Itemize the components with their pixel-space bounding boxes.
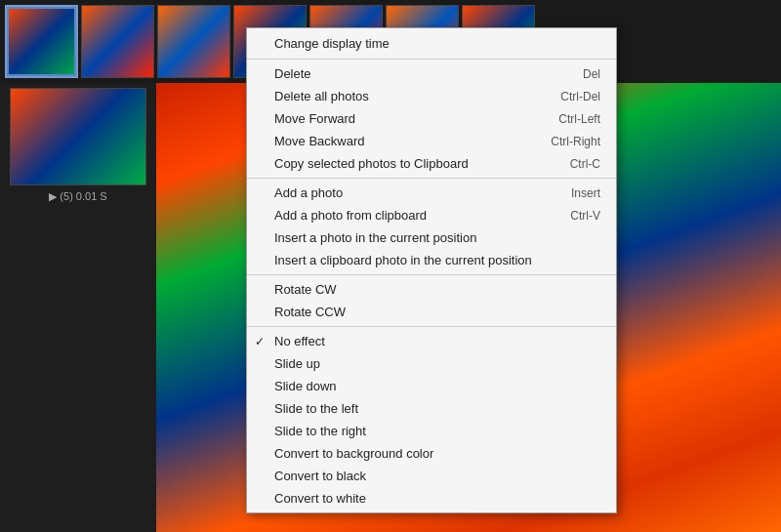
- film-thumb-2[interactable]: [81, 5, 154, 78]
- menu-item-slide-left-label: Slide to the left: [274, 401, 358, 416]
- left-sidebar: ▶ (5) 0.01 S: [0, 83, 156, 532]
- menu-item-no-effect-label: No effect: [274, 334, 325, 348]
- menu-item-add-from-clipboard-shortcut: Ctrl-V: [570, 209, 600, 223]
- menu-item-copy-clipboard-label: Copy selected photos to Clipboard: [274, 156, 469, 171]
- menu-item-delete-all-shortcut: Ctrl-Del: [560, 90, 600, 103]
- menu-item-add-photo-label: Add a photo: [274, 185, 343, 200]
- menu-item-delete-all-label: Delete all photos: [274, 89, 369, 103]
- sidebar-label: ▶ (5) 0.01 S: [49, 190, 106, 203]
- menu-item-slide-down-label: Slide down: [274, 379, 337, 393]
- menu-item-convert-black[interactable]: Convert to black: [247, 465, 616, 487]
- menu-item-rotate-ccw-label: Rotate CCW: [274, 305, 346, 319]
- film-thumb-1[interactable]: [5, 5, 78, 78]
- menu-item-convert-white-label: Convert to white: [274, 491, 366, 506]
- menu-item-move-backward[interactable]: Move Backward Ctrl-Right: [247, 130, 616, 152]
- menu-item-slide-right[interactable]: Slide to the right: [247, 420, 616, 442]
- film-thumb-3[interactable]: [157, 5, 230, 78]
- menu-item-copy-clipboard[interactable]: Copy selected photos to Clipboard Ctrl-C: [247, 152, 616, 175]
- context-menu-header: Change display time: [247, 31, 616, 56]
- menu-item-move-backward-label: Move Backward: [274, 134, 364, 148]
- menu-item-insert-clipboard-current[interactable]: Insert a clipboard photo in the current …: [247, 249, 616, 271]
- separator-4: [247, 326, 616, 327]
- menu-item-delete-all[interactable]: Delete all photos Ctrl-Del: [247, 85, 616, 107]
- menu-item-move-forward-shortcut: Ctrl-Left: [558, 112, 600, 126]
- menu-item-move-forward-label: Move Forward: [274, 111, 355, 126]
- menu-item-slide-up[interactable]: Slide up: [247, 352, 616, 375]
- menu-item-insert-clipboard-current-label: Insert a clipboard photo in the current …: [274, 253, 532, 267]
- menu-item-insert-current[interactable]: Insert a photo in the current position: [247, 226, 616, 249]
- separator-2: [247, 178, 616, 179]
- menu-item-slide-right-label: Slide to the right: [274, 424, 366, 438]
- menu-item-rotate-cw[interactable]: Rotate CW: [247, 278, 616, 301]
- menu-item-rotate-cw-label: Rotate CW: [274, 282, 337, 297]
- menu-item-add-from-clipboard-label: Add a photo from clipboard: [274, 208, 427, 223]
- menu-item-copy-clipboard-shortcut: Ctrl-C: [570, 157, 600, 171]
- menu-item-slide-up-label: Slide up: [274, 356, 320, 371]
- menu-item-slide-down[interactable]: Slide down: [247, 375, 616, 397]
- menu-item-delete-shortcut: Del: [583, 67, 600, 81]
- menu-item-convert-bg[interactable]: Convert to background color: [247, 442, 616, 465]
- menu-item-delete[interactable]: Delete Del: [247, 62, 616, 85]
- separator-1: [247, 59, 616, 60]
- separator-3: [247, 274, 616, 275]
- menu-item-move-forward[interactable]: Move Forward Ctrl-Left: [247, 107, 616, 130]
- sidebar-thumbnail[interactable]: [10, 88, 146, 185]
- menu-item-add-photo-shortcut: Insert: [571, 186, 600, 200]
- menu-item-add-from-clipboard[interactable]: Add a photo from clipboard Ctrl-V: [247, 204, 616, 226]
- menu-item-move-backward-shortcut: Ctrl-Right: [551, 135, 600, 148]
- menu-item-slide-left[interactable]: Slide to the left: [247, 397, 616, 420]
- menu-item-convert-black-label: Convert to black: [274, 469, 366, 483]
- menu-item-no-effect[interactable]: No effect: [247, 330, 616, 352]
- menu-item-add-photo[interactable]: Add a photo Insert: [247, 182, 616, 204]
- menu-item-delete-label: Delete: [274, 66, 311, 81]
- menu-item-insert-current-label: Insert a photo in the current position: [274, 230, 476, 245]
- menu-item-rotate-ccw[interactable]: Rotate CCW: [247, 301, 616, 323]
- menu-item-convert-bg-label: Convert to background color: [274, 446, 433, 461]
- context-menu: Change display time Delete Del Delete al…: [246, 27, 617, 513]
- menu-item-convert-white[interactable]: Convert to white: [247, 487, 616, 510]
